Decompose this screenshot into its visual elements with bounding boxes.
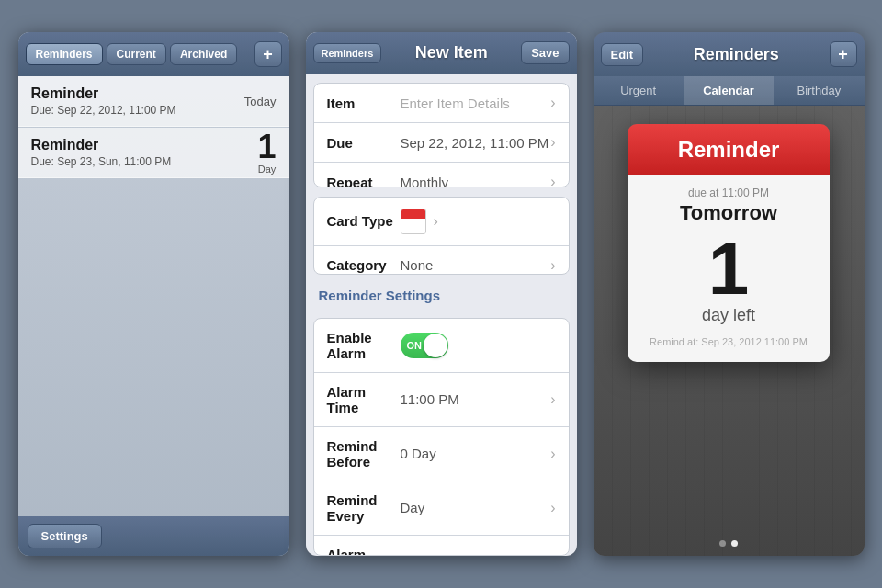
panel2-title: New Item <box>381 43 521 62</box>
item-label: Item <box>327 96 401 111</box>
panel3-header: Edit Reminders + <box>594 32 865 76</box>
chevron-icon: › <box>550 134 555 151</box>
dot-2 <box>731 540 738 547</box>
repeat-label: Repeat <box>327 175 401 187</box>
card-type-row[interactable]: Card Type › <box>314 198 569 246</box>
panel2-header: Reminders New Item Save <box>306 32 577 74</box>
remind-before-value: 0 Day <box>401 446 551 461</box>
alarm-time-value: 11:00 PM <box>401 391 551 407</box>
alarm-toggle[interactable]: ON <box>401 333 448 358</box>
calendar-panel: Edit Reminders + Urgent Calendar Birthda… <box>594 32 865 556</box>
category-value: None <box>401 257 551 273</box>
repeat-value: Monthly <box>401 175 551 187</box>
save-button[interactable]: Save <box>521 41 569 64</box>
panel1-header: Reminders Current Archived + <box>18 32 289 76</box>
back-button[interactable]: Reminders <box>313 43 382 63</box>
alarm-sound-value: Default <box>401 554 551 556</box>
item-value: Enter Item Details <box>401 96 551 111</box>
calendar-card-header: Reminder <box>628 124 830 175</box>
reminder-badge: Today <box>244 95 277 108</box>
tab-calendar[interactable]: Calendar <box>684 76 774 105</box>
chevron-icon: › <box>550 257 555 274</box>
remind-at-text: Remind at: Sep 23, 2012 11:00 PM <box>642 336 815 347</box>
remind-every-row[interactable]: Remind Every Day › <box>314 481 569 536</box>
reminder-due: Due: Sep 22, 2012, 11:00 PM <box>31 104 277 117</box>
card-icon-red-bar <box>401 209 425 219</box>
chevron-icon: › <box>550 446 555 462</box>
pagination-dots <box>594 531 865 556</box>
enable-alarm-label: Enable Alarm <box>327 330 401 361</box>
badge-today-label: Today <box>244 95 277 108</box>
tab-archived[interactable]: Archived <box>170 43 237 65</box>
repeat-row[interactable]: Repeat Monthly › <box>314 163 569 187</box>
reminder-item[interactable]: Reminder Due: Sep 22, 2012, 11:00 PM Tod… <box>18 76 289 127</box>
day-left-text: day left <box>642 306 815 325</box>
chevron-icon: › <box>434 213 438 230</box>
settings-section-title: Reminder Settings <box>306 275 577 309</box>
chevron-icon: › <box>550 95 555 111</box>
chevron-icon: › <box>550 500 555 516</box>
settings-button[interactable]: Settings <box>28 524 102 548</box>
reminder-badge: 1 Day <box>257 130 276 175</box>
day-number: 1 <box>642 232 815 306</box>
card-icon-white-area <box>401 219 425 233</box>
panel3-tabs: Urgent Calendar Birthday <box>594 76 865 106</box>
calendar-card-body: due at 11:00 PM Tomorrow 1 day left Remi… <box>628 175 830 362</box>
due-row[interactable]: Due Sep 22, 2012, 11:00 PM › <box>314 123 569 163</box>
reminder-item[interactable]: Reminder Due: Sep 23, Sun, 11:00 PM 1 Da… <box>18 128 289 178</box>
reminder-due: Due: Sep 23, Sun, 11:00 PM <box>31 155 277 168</box>
add-reminder-button[interactable]: + <box>254 41 282 67</box>
enable-alarm-row[interactable]: Enable Alarm ON <box>314 319 569 373</box>
badge-sub-label: Day <box>258 164 277 175</box>
tab-urgent[interactable]: Urgent <box>594 76 684 105</box>
remind-every-value: Day <box>401 500 551 515</box>
reminders-panel: Reminders Current Archived + Reminder Du… <box>18 32 289 556</box>
panel1-footer: Settings <box>18 516 289 556</box>
add-item-button[interactable]: + <box>830 41 857 67</box>
tab-current[interactable]: Current <box>107 43 166 65</box>
dot-1 <box>719 540 726 547</box>
tab-reminders[interactable]: Reminders <box>26 43 103 65</box>
alarm-time-row[interactable]: Alarm Time 11:00 PM › <box>314 373 569 427</box>
item-row[interactable]: Item Enter Item Details › <box>314 84 569 123</box>
alarm-sound-label: Alarm Sound <box>327 547 401 556</box>
due-at-text: due at 11:00 PM <box>642 187 815 199</box>
reminder-settings-section: Enable Alarm ON Alarm Time 11:00 PM › Re… <box>313 318 570 556</box>
new-item-panel: Reminders New Item Save Item Enter Item … <box>306 32 577 556</box>
reminder-title: Reminder <box>31 137 277 153</box>
card-type-icon <box>401 209 426 234</box>
day-name: Tomorrow <box>642 201 815 225</box>
remind-before-row[interactable]: Remind Before 0 Day › <box>314 427 569 481</box>
calendar-card: Reminder due at 11:00 PM Tomorrow 1 day … <box>628 124 830 362</box>
category-row[interactable]: Category None › <box>314 246 569 275</box>
due-label: Due <box>327 135 401 151</box>
item-form-section: Item Enter Item Details › Due Sep 22, 20… <box>313 83 570 187</box>
remind-before-label: Remind Before <box>327 438 401 469</box>
edit-button[interactable]: Edit <box>601 43 644 66</box>
chevron-icon: › <box>550 554 555 556</box>
toggle-on-text: ON <box>407 340 423 351</box>
remind-every-label: Remind Every <box>327 492 401 524</box>
due-value: Sep 22, 2012, 11:00 PM <box>401 135 551 151</box>
reminders-list: Reminder Due: Sep 22, 2012, 11:00 PM Tod… <box>18 76 289 516</box>
card-form-section: Card Type › Category None › <box>313 197 570 275</box>
card-type-label: Card Type <box>327 213 401 229</box>
toggle-knob <box>424 334 447 357</box>
chevron-icon: › <box>550 391 555 408</box>
panel3-title: Reminders <box>643 45 829 64</box>
tab-birthday[interactable]: Birthday <box>774 76 864 105</box>
chevron-icon: › <box>550 174 555 187</box>
alarm-time-label: Alarm Time <box>327 384 401 415</box>
calendar-card-title: Reminder <box>642 137 815 163</box>
reminder-title: Reminder <box>31 85 277 102</box>
category-label: Category <box>327 257 401 273</box>
alarm-sound-row[interactable]: Alarm Sound Default › <box>314 536 569 556</box>
panel3-spacer <box>594 380 865 531</box>
badge-number: 1 <box>257 130 276 164</box>
